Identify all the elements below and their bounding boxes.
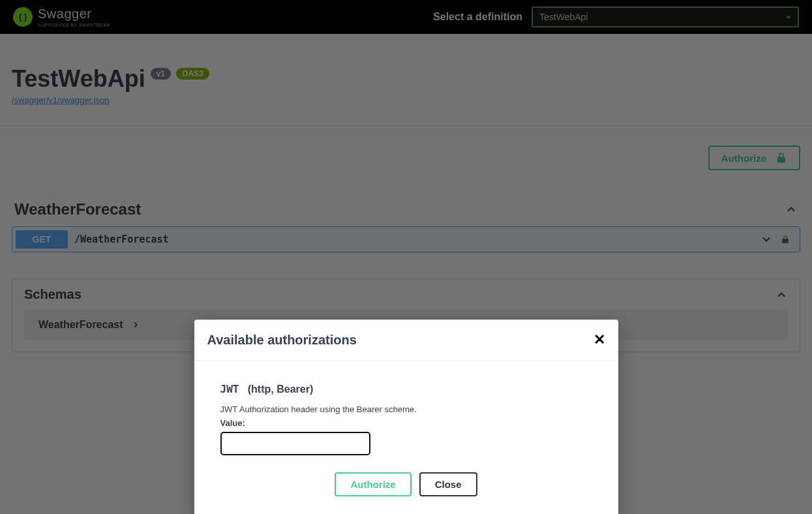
auth-scheme-description: JWT Authorization header using the Beare… <box>220 404 592 414</box>
auth-value-label: Value: <box>220 418 592 428</box>
auth-scheme-name: JWT <box>220 383 239 395</box>
modal-authorize-button[interactable]: Authorize <box>335 472 411 496</box>
auth-value-input[interactable] <box>220 432 370 455</box>
modal-close-button[interactable]: Close <box>419 472 477 496</box>
close-icon[interactable]: ✕ <box>594 331 605 348</box>
modal-title: Available authorizations <box>207 333 357 348</box>
modal-overlay[interactable]: Available authorizations ✕ JWT (http, Be… <box>0 0 812 514</box>
auth-scheme-type: (http, Bearer) <box>248 384 313 395</box>
authorization-modal: Available authorizations ✕ JWT (http, Be… <box>194 320 618 514</box>
